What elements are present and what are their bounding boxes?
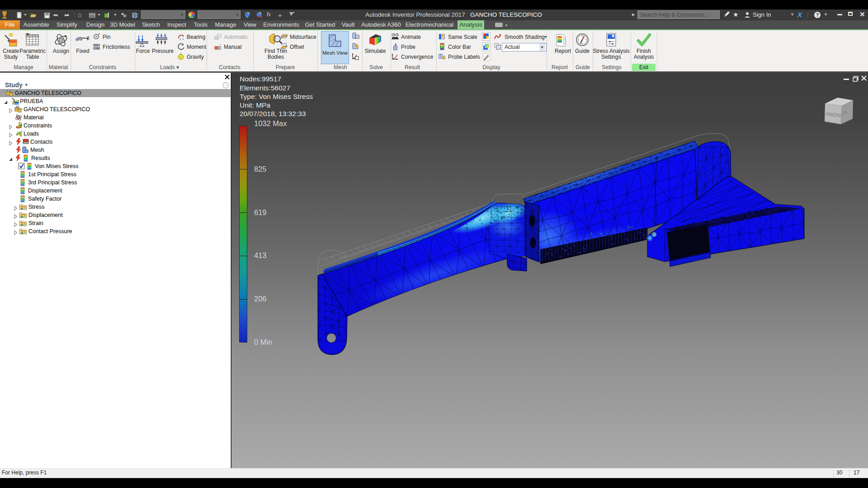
svg-text:?: ? (225, 83, 227, 88)
svg-text:x: x (260, 14, 262, 19)
svg-text:?: ? (816, 12, 819, 18)
svg-text:I: I (88, 36, 90, 41)
svg-text:PRO: PRO (2, 17, 7, 19)
svg-text:I: I (286, 43, 287, 47)
